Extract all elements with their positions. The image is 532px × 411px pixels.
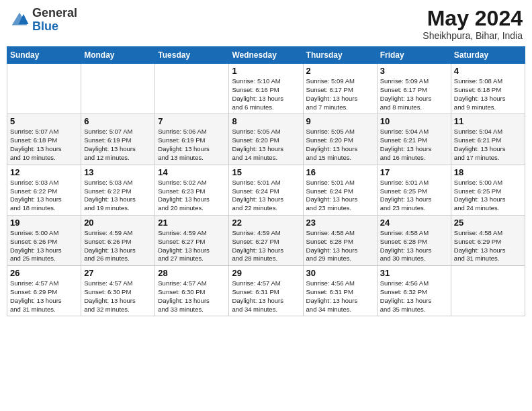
day-info: Sunrise: 4:59 AM Sunset: 6:27 PM Dayligh…	[232, 229, 300, 263]
calendar-cell: 15Sunrise: 5:01 AM Sunset: 6:24 PM Dayli…	[229, 165, 303, 215]
day-number: 7	[158, 116, 226, 126]
calendar-cell: 10Sunrise: 5:04 AM Sunset: 6:21 PM Dayli…	[377, 114, 451, 165]
day-info: Sunrise: 5:10 AM Sunset: 6:16 PM Dayligh…	[232, 77, 300, 111]
day-number: 19	[10, 218, 78, 228]
calendar-cell: 29Sunrise: 4:57 AM Sunset: 6:31 PM Dayli…	[229, 266, 303, 316]
day-number: 23	[306, 218, 374, 228]
day-info: Sunrise: 5:05 AM Sunset: 6:20 PM Dayligh…	[306, 128, 374, 162]
day-number: 14	[158, 167, 226, 177]
calendar-cell: 14Sunrise: 5:02 AM Sunset: 6:23 PM Dayli…	[155, 165, 229, 215]
col-thursday: Thursday	[303, 47, 377, 64]
col-sunday: Sunday	[7, 47, 81, 64]
day-info: Sunrise: 5:07 AM Sunset: 6:18 PM Dayligh…	[10, 128, 78, 162]
header: General Blue May 2024 Sheikhpura, Bihar,…	[7, 7, 525, 41]
day-info: Sunrise: 4:59 AM Sunset: 6:27 PM Dayligh…	[158, 229, 226, 263]
day-number: 6	[84, 116, 152, 126]
calendar-cell: 27Sunrise: 4:57 AM Sunset: 6:30 PM Dayli…	[81, 266, 155, 316]
calendar-table: Sunday Monday Tuesday Wednesday Thursday…	[7, 46, 525, 316]
month-title: May 2024	[423, 7, 523, 30]
day-info: Sunrise: 4:57 AM Sunset: 6:29 PM Dayligh…	[10, 279, 78, 314]
calendar-cell	[155, 64, 229, 114]
day-number: 22	[232, 218, 300, 228]
calendar-cell: 24Sunrise: 4:58 AM Sunset: 6:28 PM Dayli…	[377, 215, 451, 265]
week-row-1: 1Sunrise: 5:10 AM Sunset: 6:16 PM Daylig…	[7, 64, 525, 114]
day-number: 12	[10, 167, 78, 177]
calendar-cell: 17Sunrise: 5:01 AM Sunset: 6:25 PM Dayli…	[377, 165, 451, 215]
col-tuesday: Tuesday	[155, 47, 229, 64]
day-number: 13	[84, 167, 152, 177]
calendar-cell: 7Sunrise: 5:06 AM Sunset: 6:19 PM Daylig…	[155, 114, 229, 165]
day-info: Sunrise: 5:08 AM Sunset: 6:18 PM Dayligh…	[454, 77, 522, 111]
calendar-cell: 21Sunrise: 4:59 AM Sunset: 6:27 PM Dayli…	[155, 215, 229, 265]
day-info: Sunrise: 5:03 AM Sunset: 6:22 PM Dayligh…	[84, 179, 152, 213]
day-number: 4	[454, 66, 522, 76]
day-info: Sunrise: 5:02 AM Sunset: 6:23 PM Dayligh…	[158, 179, 226, 213]
calendar-cell: 19Sunrise: 5:00 AM Sunset: 6:26 PM Dayli…	[7, 215, 81, 265]
day-info: Sunrise: 5:01 AM Sunset: 6:24 PM Dayligh…	[306, 179, 374, 213]
calendar-cell: 25Sunrise: 4:58 AM Sunset: 6:29 PM Dayli…	[451, 215, 525, 265]
week-row-5: 26Sunrise: 4:57 AM Sunset: 6:29 PM Dayli…	[7, 266, 525, 316]
calendar-cell: 28Sunrise: 4:57 AM Sunset: 6:30 PM Dayli…	[155, 266, 229, 316]
day-number: 29	[232, 268, 300, 278]
week-row-3: 12Sunrise: 5:03 AM Sunset: 6:22 PM Dayli…	[7, 165, 525, 215]
calendar-cell: 8Sunrise: 5:05 AM Sunset: 6:20 PM Daylig…	[229, 114, 303, 165]
day-number: 30	[306, 268, 374, 278]
day-info: Sunrise: 5:04 AM Sunset: 6:21 PM Dayligh…	[380, 128, 448, 162]
day-number: 8	[232, 116, 300, 126]
logo: General Blue	[9, 7, 77, 34]
day-number: 31	[380, 268, 448, 278]
col-wednesday: Wednesday	[229, 47, 303, 64]
day-info: Sunrise: 4:56 AM Sunset: 6:32 PM Dayligh…	[380, 279, 448, 314]
day-number: 25	[454, 218, 522, 228]
calendar-cell	[451, 266, 525, 316]
day-number: 15	[232, 167, 300, 177]
calendar-cell: 30Sunrise: 4:56 AM Sunset: 6:31 PM Dayli…	[303, 266, 377, 316]
page-container: General Blue May 2024 Sheikhpura, Bihar,…	[0, 0, 532, 411]
day-info: Sunrise: 5:01 AM Sunset: 6:24 PM Dayligh…	[232, 179, 300, 213]
header-row: Sunday Monday Tuesday Wednesday Thursday…	[7, 47, 525, 64]
logo-text: General Blue	[32, 7, 77, 34]
calendar-cell: 18Sunrise: 5:00 AM Sunset: 6:25 PM Dayli…	[451, 165, 525, 215]
calendar-cell: 16Sunrise: 5:01 AM Sunset: 6:24 PM Dayli…	[303, 165, 377, 215]
day-number: 2	[306, 66, 374, 76]
calendar-cell: 9Sunrise: 5:05 AM Sunset: 6:20 PM Daylig…	[303, 114, 377, 165]
logo-blue: Blue	[32, 20, 77, 34]
day-info: Sunrise: 5:03 AM Sunset: 6:22 PM Dayligh…	[10, 179, 78, 213]
col-saturday: Saturday	[451, 47, 525, 64]
day-info: Sunrise: 5:01 AM Sunset: 6:25 PM Dayligh…	[380, 179, 448, 213]
calendar-cell	[81, 64, 155, 114]
day-number: 17	[380, 167, 448, 177]
calendar-cell: 13Sunrise: 5:03 AM Sunset: 6:22 PM Dayli…	[81, 165, 155, 215]
day-number: 11	[454, 116, 522, 126]
day-number: 21	[158, 218, 226, 228]
day-info: Sunrise: 5:09 AM Sunset: 6:17 PM Dayligh…	[380, 77, 448, 111]
calendar-cell: 1Sunrise: 5:10 AM Sunset: 6:16 PM Daylig…	[229, 64, 303, 114]
day-info: Sunrise: 4:57 AM Sunset: 6:30 PM Dayligh…	[84, 279, 152, 314]
day-info: Sunrise: 5:05 AM Sunset: 6:20 PM Dayligh…	[232, 128, 300, 162]
day-info: Sunrise: 5:00 AM Sunset: 6:25 PM Dayligh…	[454, 179, 522, 213]
calendar-cell: 2Sunrise: 5:09 AM Sunset: 6:17 PM Daylig…	[303, 64, 377, 114]
day-info: Sunrise: 4:57 AM Sunset: 6:31 PM Dayligh…	[232, 279, 300, 314]
calendar-cell: 3Sunrise: 5:09 AM Sunset: 6:17 PM Daylig…	[377, 64, 451, 114]
calendar-cell: 26Sunrise: 4:57 AM Sunset: 6:29 PM Dayli…	[7, 266, 81, 316]
day-number: 27	[84, 268, 152, 278]
day-number: 10	[380, 116, 448, 126]
logo-general: General	[32, 7, 77, 20]
calendar-cell: 5Sunrise: 5:07 AM Sunset: 6:18 PM Daylig…	[7, 114, 81, 165]
title-block: May 2024 Sheikhpura, Bihar, India	[423, 7, 523, 41]
day-info: Sunrise: 5:06 AM Sunset: 6:19 PM Dayligh…	[158, 128, 226, 162]
day-number: 28	[158, 268, 226, 278]
calendar-cell: 6Sunrise: 5:07 AM Sunset: 6:19 PM Daylig…	[81, 114, 155, 165]
logo-icon	[9, 10, 30, 30]
day-info: Sunrise: 4:58 AM Sunset: 6:29 PM Dayligh…	[454, 229, 522, 263]
calendar-cell: 31Sunrise: 4:56 AM Sunset: 6:32 PM Dayli…	[377, 266, 451, 316]
day-number: 18	[454, 167, 522, 177]
day-number: 5	[10, 116, 78, 126]
day-number: 3	[380, 66, 448, 76]
day-info: Sunrise: 4:59 AM Sunset: 6:26 PM Dayligh…	[84, 229, 152, 263]
day-info: Sunrise: 4:58 AM Sunset: 6:28 PM Dayligh…	[306, 229, 374, 263]
week-row-2: 5Sunrise: 5:07 AM Sunset: 6:18 PM Daylig…	[7, 114, 525, 165]
calendar-cell: 12Sunrise: 5:03 AM Sunset: 6:22 PM Dayli…	[7, 165, 81, 215]
col-monday: Monday	[81, 47, 155, 64]
day-info: Sunrise: 5:09 AM Sunset: 6:17 PM Dayligh…	[306, 77, 374, 111]
